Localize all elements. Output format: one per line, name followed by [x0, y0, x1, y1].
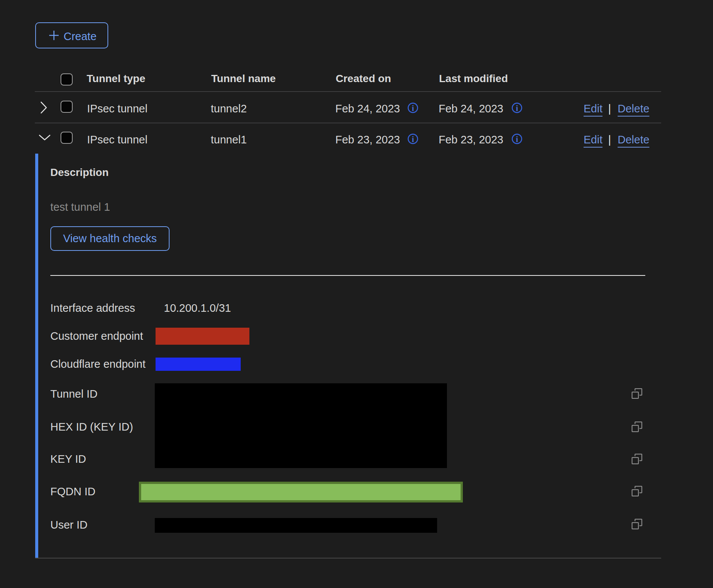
svg-text:i: i: [516, 135, 518, 143]
svg-text:i: i: [412, 104, 414, 112]
svg-text:i: i: [516, 104, 518, 112]
svg-text:i: i: [412, 135, 414, 143]
